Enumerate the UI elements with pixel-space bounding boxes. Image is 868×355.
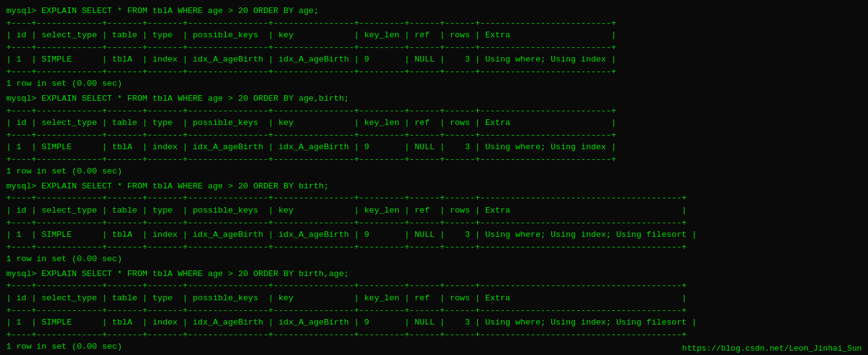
command-2: mysql> EXPLAIN SELECT * FROM tblA WHERE …: [6, 93, 862, 105]
sep-top-3: +----+-------------+-------+-------+----…: [6, 192, 862, 205]
result-3: 1 row in set (0.00 sec): [6, 253, 862, 265]
header-3: | id | select_type | table | type | poss…: [6, 205, 862, 217]
sep-top-1: +----+-------------+-------+-------+----…: [6, 17, 862, 30]
command-4: mysql> EXPLAIN SELECT * FROM tblA WHERE …: [6, 268, 862, 280]
sep-top-2: +----+-------------+-------+-------+----…: [6, 105, 862, 118]
sep-bot-3: +----+-------------+-------+-------+----…: [6, 241, 862, 254]
header-4: | id | select_type | table | type | poss…: [6, 292, 862, 305]
command-1: mysql> EXPLAIN SELECT * FROM tblA WHERE …: [6, 5, 862, 17]
result-2: 1 row in set (0.00 sec): [6, 165, 862, 178]
sep-mid-3: +----+-------------+-------+-------+----…: [6, 217, 862, 229]
query-block-1: mysql> EXPLAIN SELECT * FROM tblA WHERE …: [6, 5, 862, 90]
sep-bot-2: +----+-------------+-------+-------+----…: [6, 154, 862, 166]
sep-mid-2: +----+-------------+-------+-------+----…: [6, 129, 862, 142]
data-row-2: | 1 | SIMPLE | tblA | index | idx_A_ageB…: [6, 141, 862, 154]
result-1: 1 row in set (0.00 sec): [6, 78, 862, 90]
sep-mid-4: +----+-------------+-------+-------+----…: [6, 305, 862, 317]
watermark: https://blog.csdn.net/Leon_Jinhai_Sun: [682, 344, 862, 353]
command-3: mysql> EXPLAIN SELECT * FROM tblA WHERE …: [6, 180, 862, 193]
sep-bot-4: +----+-------------+-------+-------+----…: [6, 329, 862, 341]
header-2: | id | select_type | table | type | poss…: [6, 117, 862, 129]
data-row-1: | 1 | SIMPLE | tblA | index | idx_A_ageB…: [6, 53, 862, 66]
query-block-2: mysql> EXPLAIN SELECT * FROM tblA WHERE …: [6, 93, 862, 178]
sep-top-4: +----+-------------+-------+-------+----…: [6, 280, 862, 292]
header-1: | id | select_type | table | type | poss…: [6, 29, 862, 42]
data-row-4: | 1 | SIMPLE | tblA | index | idx_A_ageB…: [6, 316, 862, 329]
query-block-4: mysql> EXPLAIN SELECT * FROM tblA WHERE …: [6, 268, 862, 353]
data-row-3: | 1 | SIMPLE | tblA | index | idx_A_ageB…: [6, 229, 862, 241]
sep-mid-1: +----+-------------+-------+-------+----…: [6, 42, 862, 54]
sep-bot-1: +----+-------------+-------+-------+----…: [6, 66, 862, 78]
query-block-3: mysql> EXPLAIN SELECT * FROM tblA WHERE …: [6, 180, 862, 265]
terminal: mysql> EXPLAIN SELECT * FROM tblA WHERE …: [6, 5, 862, 353]
